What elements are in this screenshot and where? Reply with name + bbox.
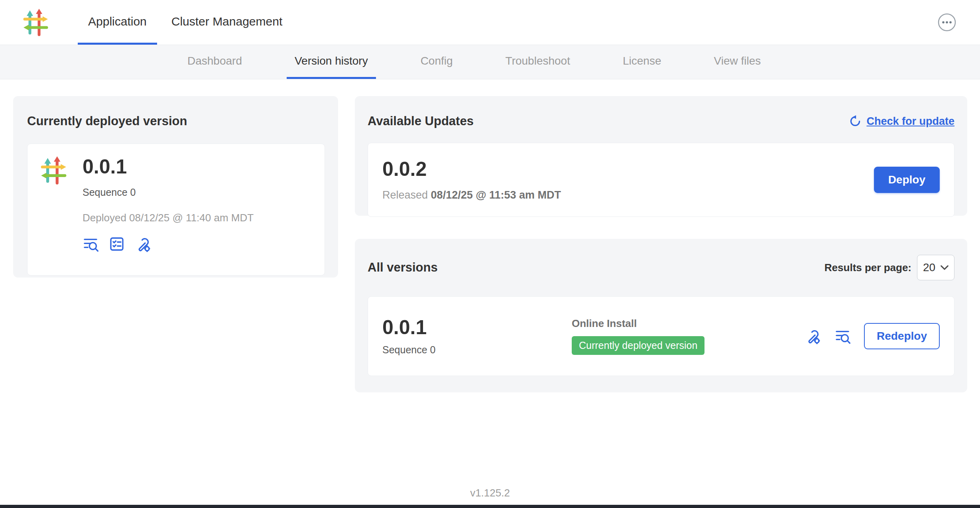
refresh-icon: [849, 115, 862, 128]
subnav-item-view-files[interactable]: View files: [706, 45, 769, 79]
results-per-page-group: Results per page: 20: [825, 255, 954, 280]
header-right: [937, 0, 957, 45]
results-per-page-value: 20: [923, 261, 935, 274]
version-row-number: 0.0.1: [382, 317, 572, 339]
deployed-timestamp: Deployed 08/12/25 @ 11:40 am MDT: [83, 212, 254, 224]
subnav-item-troubleshoot[interactable]: Troubleshoot: [498, 45, 578, 79]
released-prefix: Released: [382, 189, 428, 201]
deployed-version-info: 0.0.1 Sequence 0 Deployed 08/12/25 @ 11:…: [83, 156, 254, 263]
edit-config-icon[interactable]: [135, 236, 151, 252]
left-column: Currently deployed version 0.0.1: [13, 96, 338, 278]
deployed-action-icons: [83, 236, 254, 252]
deployed-sequence: Sequence 0: [83, 187, 254, 198]
page: Application Cluster Management Dashboard…: [0, 0, 980, 508]
update-row: 0.0.2 Released 08/12/25 @ 11:53 am MDT D…: [368, 143, 954, 217]
update-version-number: 0.0.2: [382, 158, 561, 180]
deployed-version-number: 0.0.1: [83, 156, 254, 178]
results-per-page-label: Results per page:: [825, 262, 911, 274]
available-updates-header: Available Updates Check for update: [368, 114, 954, 128]
view-logs-icon[interactable]: [834, 328, 850, 344]
subnav-license-label: License: [623, 55, 661, 67]
version-row: 0.0.1 Sequence 0 Online Install Currentl…: [368, 296, 954, 376]
version-row-info: 0.0.1 Sequence 0: [382, 317, 572, 356]
results-per-page-select[interactable]: 20: [917, 255, 954, 280]
version-row-actions: Redeploy: [805, 323, 940, 349]
console-version: v1.125.2: [0, 487, 980, 499]
all-versions-title: All versions: [368, 260, 438, 275]
tab-cluster-management-label: Cluster Management: [171, 15, 282, 28]
install-type-label: Online Install: [572, 317, 805, 330]
update-released-line: Released 08/12/25 @ 11:53 am MDT: [382, 189, 561, 201]
currently-deployed-title: Currently deployed version: [27, 114, 325, 128]
subnav-version-history-label: Version history: [295, 55, 368, 67]
top-header: Application Cluster Management: [0, 0, 980, 45]
view-logs-icon[interactable]: [83, 236, 98, 252]
subnav-view-files-label: View files: [714, 55, 761, 67]
subnav-item-license[interactable]: License: [615, 45, 669, 79]
bottom-bar: [0, 505, 980, 508]
available-updates-card: Available Updates Check for update 0.0.2…: [355, 96, 967, 216]
app-logo-wrap: [22, 0, 50, 45]
ellipsis-menu-icon[interactable]: [937, 12, 957, 32]
app-logo-icon: [22, 8, 50, 36]
chevron-down-icon: [941, 265, 949, 270]
version-row-status: Online Install Currently deployed versio…: [572, 317, 805, 355]
subnav-item-config[interactable]: Config: [413, 45, 461, 79]
right-column: Available Updates Check for update 0.0.2…: [355, 96, 967, 392]
check-for-update-label: Check for update: [866, 115, 954, 128]
subnav-item-version-history[interactable]: Version history: [287, 45, 376, 79]
subnav-item-dashboard[interactable]: Dashboard: [179, 45, 250, 79]
main-content: Currently deployed version 0.0.1: [0, 79, 980, 392]
tab-application-label: Application: [88, 15, 147, 28]
all-versions-card: All versions Results per page: 20 0.0.: [355, 239, 967, 392]
tab-cluster-management[interactable]: Cluster Management: [161, 0, 293, 45]
available-updates-title: Available Updates: [368, 114, 474, 128]
update-info: 0.0.2 Released 08/12/25 @ 11:53 am MDT: [382, 158, 561, 201]
subnav-troubleshoot-label: Troubleshoot: [506, 55, 570, 67]
redeploy-button[interactable]: Redeploy: [864, 323, 940, 349]
check-for-update-link[interactable]: Check for update: [849, 115, 954, 128]
deploy-button[interactable]: Deploy: [874, 167, 940, 193]
header-tabs: Application Cluster Management: [78, 0, 297, 45]
preflight-checks-icon[interactable]: [109, 236, 125, 252]
edit-config-icon[interactable]: [805, 328, 821, 344]
version-row-sequence: Sequence 0: [382, 344, 572, 356]
subnav-config-label: Config: [421, 55, 453, 67]
subnav-dashboard-label: Dashboard: [187, 55, 242, 67]
currently-deployed-card: Currently deployed version 0.0.1: [13, 96, 338, 278]
released-date: 08/12/25 @ 11:53 am MDT: [431, 189, 561, 201]
currently-deployed-badge: Currently deployed version: [572, 336, 704, 355]
tab-application[interactable]: Application: [78, 0, 157, 45]
app-logo-icon: [39, 156, 68, 185]
all-versions-header: All versions Results per page: 20: [368, 255, 954, 280]
deployed-version-panel: 0.0.1 Sequence 0 Deployed 08/12/25 @ 11:…: [27, 144, 325, 276]
subnav: Dashboard Version history Config Trouble…: [0, 45, 980, 79]
